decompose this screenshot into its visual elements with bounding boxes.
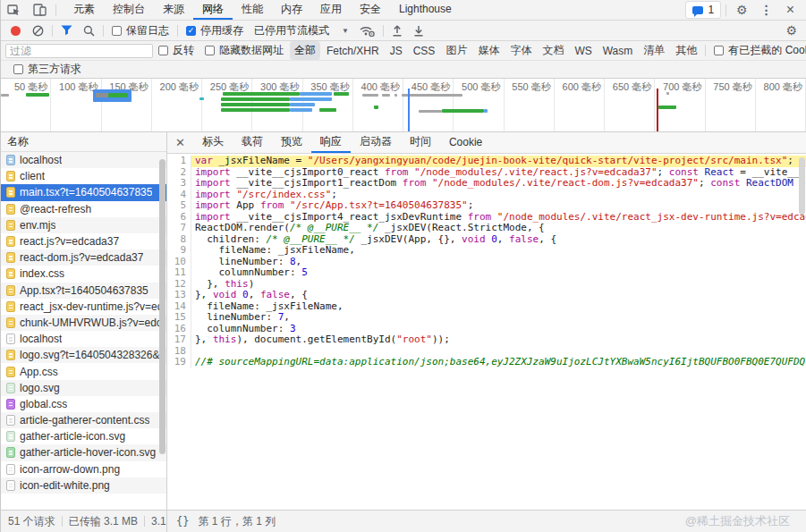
panel-tab-安全[interactable]: 安全	[351, 0, 390, 20]
sidebar-scrollbar[interactable]	[159, 159, 165, 454]
code-token: 8	[290, 257, 296, 267]
detail-tab-标头[interactable]: 标头	[193, 132, 233, 153]
code-token: "/node_modules/.vite/react-dom.js?v=edca…	[432, 178, 699, 189]
panel-tab-控制台[interactable]: 控制台	[104, 0, 154, 20]
request-row[interactable]: localhost	[1, 331, 166, 347]
record-network-log-button[interactable]	[11, 26, 21, 36]
console-message-badge[interactable]: 1	[685, 1, 721, 19]
detail-tab-预览[interactable]: 预览	[272, 132, 311, 153]
code-token: = __vite__cjsImport0_react	[734, 167, 806, 178]
panel-tab-Lighthouse[interactable]: Lighthouse	[390, 0, 461, 20]
search-icon[interactable]	[78, 25, 100, 37]
request-row[interactable]: env.mjs	[1, 217, 166, 233]
request-row[interactable]: react.js?v=edcada37	[1, 233, 166, 249]
panel-tab-应用[interactable]: 应用	[311, 0, 351, 20]
divider	[55, 4, 56, 16]
detail-tab-启动器[interactable]: 启动器	[351, 132, 401, 153]
request-row[interactable]: chunk-UMHVRWUB.js?v=edcad	[1, 315, 166, 331]
request-table-header[interactable]: 名称	[1, 132, 166, 152]
device-toolbar-icon[interactable]	[27, 0, 53, 20]
code-token: ,	[249, 290, 260, 300]
invert-checkbox[interactable]	[158, 46, 168, 55]
disable-cache-checkbox[interactable]: ✓	[186, 26, 196, 36]
export-har-icon[interactable]	[408, 25, 429, 37]
preserve-log-checkbox[interactable]	[112, 26, 122, 36]
resource-chip-Wasm[interactable]: Wasm	[598, 43, 638, 59]
invert-label: 反转	[173, 43, 194, 58]
request-row[interactable]: react_jsx-dev-runtime.js?v=edc…	[1, 299, 166, 315]
code-text: columnNumber: 3	[191, 324, 806, 335]
filter-funnel-icon[interactable]	[55, 25, 78, 36]
panel-tab-元素[interactable]: 元素	[64, 0, 104, 20]
code-line: 4import "/src/index.css";	[167, 190, 806, 201]
resource-chip-Fetch/XHR[interactable]: Fetch/XHR	[322, 43, 384, 59]
detail-tab-时间[interactable]: 时间	[401, 132, 440, 153]
resource-chip-WS[interactable]: WS	[570, 43, 596, 59]
code-token	[236, 290, 242, 300]
divider	[62, 516, 63, 527]
panel-tab-性能[interactable]: 性能	[233, 0, 272, 20]
request-row[interactable]: logo.svg	[1, 380, 166, 396]
waterfall-bar	[658, 106, 676, 109]
third-party-label: 第三方请求	[28, 62, 81, 77]
clear-network-log-icon[interactable]	[27, 25, 49, 37]
resource-chip-媒体[interactable]: 媒体	[473, 41, 504, 60]
network-conditions-icon[interactable]	[354, 25, 380, 37]
filter-input[interactable]	[5, 44, 153, 58]
request-row[interactable]: react-dom.js?v=edcada37	[1, 249, 166, 266]
network-settings-gear-icon[interactable]: ⚙	[780, 23, 802, 38]
blocked-cookies-checkbox[interactable]	[714, 46, 724, 55]
request-row[interactable]: index.css	[1, 266, 166, 282]
resource-chip-字体[interactable]: 字体	[505, 41, 536, 60]
request-row[interactable]: @react-refresh	[1, 201, 166, 217]
import-har-icon[interactable]	[386, 25, 408, 37]
resource-chip-全部[interactable]: 全部	[290, 41, 320, 60]
request-row[interactable]: App.css	[1, 363, 166, 379]
resource-chip-文档[interactable]: 文档	[538, 41, 568, 60]
close-devtools-icon[interactable]: ×	[780, 2, 801, 18]
waterfall-bar	[362, 94, 378, 97]
settings-gear-icon[interactable]: ⚙	[731, 3, 753, 17]
panel-tab-网络[interactable]: 网络	[193, 0, 233, 20]
request-row[interactable]: global.css	[1, 396, 166, 412]
code-token: },	[195, 279, 225, 290]
response-scrollbar[interactable]	[799, 157, 805, 215]
resource-chip-其他[interactable]: 其他	[671, 41, 701, 60]
request-row[interactable]: main.tsx?t=1640504637835	[1, 184, 166, 200]
throttling-select[interactable]: 已停用节流模式 ▼	[249, 23, 354, 38]
code-token: children:	[195, 234, 266, 245]
request-name: icon-arrow-down.png	[20, 463, 120, 476]
request-row[interactable]: logo.svg?t=1640504328326&im…	[1, 347, 166, 363]
timeline-bars	[1, 79, 806, 131]
request-row[interactable]: gather-article-icon.svg	[1, 428, 166, 444]
detail-tab-响应[interactable]: 响应	[311, 132, 351, 153]
waterfall-bar	[666, 92, 669, 95]
request-row[interactable]: App.tsx?t=1640504637835	[1, 283, 166, 299]
network-overview-timeline[interactable]: 50 毫秒100 毫秒150 毫秒200 毫秒250 毫秒300 毫秒350 毫…	[1, 79, 806, 132]
request-row[interactable]: localhost	[1, 152, 166, 168]
request-row[interactable]: icon-edit-white.png	[1, 477, 166, 494]
hide-data-urls-checkbox[interactable]	[205, 46, 215, 55]
request-name: chunk-UMHVRWUB.js?v=edcad	[20, 317, 163, 329]
detail-close-icon[interactable]: ✕	[167, 132, 193, 153]
request-row[interactable]: icon-arrow-down.png	[1, 461, 166, 477]
response-code-view[interactable]: 1var _jsxFileName = "/Users/yangxingyuan…	[167, 154, 806, 510]
throttling-value: 已停用节流模式	[254, 23, 329, 38]
request-row[interactable]: article-gatherer-content.css	[1, 412, 166, 428]
panel-tab-来源[interactable]: 来源	[154, 0, 193, 20]
code-token: const	[710, 178, 740, 189]
detail-tab-Cookie[interactable]: Cookie	[440, 132, 491, 153]
resource-chip-JS[interactable]: JS	[386, 43, 407, 59]
third-party-checkbox[interactable]	[13, 64, 23, 74]
request-row[interactable]: gather-article-hover-icon.svg	[1, 444, 166, 460]
detail-tab-载荷[interactable]: 载荷	[233, 132, 272, 153]
code-line: 6import __vite__cjsImport4_react_jsxDevR…	[167, 212, 806, 224]
pretty-print-icon[interactable]: {}	[176, 515, 189, 528]
kebab-menu-icon[interactable]: ⋮	[755, 3, 778, 17]
resource-chip-图片[interactable]: 图片	[441, 41, 471, 60]
panel-tab-内存[interactable]: 内存	[272, 0, 311, 20]
resource-chip-CSS[interactable]: CSS	[409, 43, 440, 59]
request-row[interactable]: client	[1, 168, 166, 184]
resource-chip-清单[interactable]: 清单	[639, 41, 669, 60]
inspect-element-icon[interactable]	[1, 0, 27, 20]
